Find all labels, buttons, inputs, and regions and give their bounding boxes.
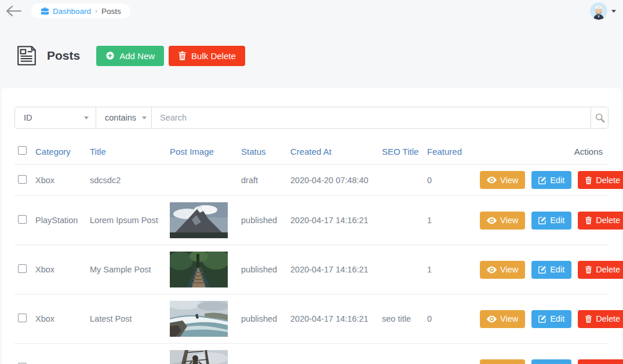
table-row: PlayStation Lorem Ipsum Post published [14, 196, 609, 245]
cell-created-at: 2020-04-17 14:16:21 [287, 245, 378, 294]
row-checkbox[interactable] [18, 264, 27, 273]
briefcase-icon [41, 7, 49, 15]
topbar: Dashboard › Posts [0, 0, 623, 20]
view-button[interactable]: View [480, 212, 525, 230]
filter-operator-select[interactable]: contains [96, 107, 152, 128]
user-menu[interactable] [590, 2, 616, 20]
col-header-post-image[interactable]: Post Image [166, 141, 238, 165]
avatar[interactable] [590, 2, 607, 20]
bulk-delete-button[interactable]: Bulk Delete [169, 46, 245, 66]
posts-icon [14, 44, 39, 67]
page-header: Posts Add New Bulk Delete [14, 44, 623, 67]
chevron-down-icon [84, 117, 89, 119]
row-checkbox[interactable] [18, 175, 27, 184]
filter-bar: ID contains [14, 107, 609, 129]
add-new-button[interactable]: Add New [96, 46, 164, 66]
cell-status: published [238, 294, 287, 344]
col-header-category[interactable]: Category [32, 141, 86, 165]
cell-seo-title [378, 344, 424, 364]
table-row: Xbox My Sample Post publish [14, 245, 609, 294]
post-image-sailor-mast [170, 350, 228, 364]
eye-icon [487, 315, 497, 323]
cell-category: Xbox [32, 245, 86, 294]
edit-button[interactable]: Edit [531, 212, 571, 230]
delete-button[interactable]: Delete [578, 359, 623, 364]
cell-featured: 1 [424, 344, 476, 364]
trash-icon [585, 315, 592, 323]
back-arrow-icon[interactable] [6, 5, 22, 17]
view-label: View [500, 265, 518, 274]
edit-label: Edit [550, 314, 564, 323]
cell-seo-title [378, 245, 424, 294]
edit-label: Edit [550, 265, 564, 274]
cell-post-image [166, 294, 238, 344]
cell-post-image [166, 245, 238, 294]
trash-icon [585, 216, 592, 224]
search-button[interactable] [591, 107, 608, 128]
filter-field-select[interactable]: ID [15, 107, 96, 128]
page-title: Posts [47, 49, 80, 63]
edit-label: Edit [550, 216, 564, 225]
view-label: View [500, 314, 518, 323]
col-header-created-at[interactable]: Created At [287, 141, 378, 165]
view-button[interactable]: View [480, 261, 525, 279]
view-button[interactable]: View [480, 359, 525, 364]
search-input[interactable] [152, 107, 591, 128]
col-header-seo-title[interactable]: SEO Title [378, 141, 424, 165]
plus-circle-icon [105, 51, 115, 60]
table-row: Xbox Latest Post [14, 294, 609, 344]
view-button[interactable]: View [480, 171, 525, 189]
filter-field-value: ID [24, 113, 32, 122]
row-checkbox[interactable] [18, 215, 27, 224]
add-new-label: Add New [119, 51, 155, 61]
chevron-down-icon[interactable] [611, 10, 616, 13]
edit-icon [538, 176, 547, 184]
trash-icon [585, 265, 592, 274]
edit-button[interactable]: Edit [531, 171, 571, 189]
breadcrumb-dashboard-label: Dashboard [53, 7, 91, 16]
cell-created-at: 2020-04-17 14:16:21 [287, 196, 378, 245]
delete-button[interactable]: Delete [578, 212, 623, 230]
cell-seo-title: seo title [378, 294, 424, 344]
row-checkbox[interactable] [18, 314, 27, 322]
eye-icon [487, 217, 497, 224]
delete-button[interactable]: Delete [578, 310, 623, 328]
cell-status: published [238, 196, 287, 245]
post-image-mountain [170, 202, 228, 238]
delete-label: Delete [596, 216, 620, 225]
select-all-checkbox[interactable] [18, 146, 27, 155]
cell-title: Lorem Ipsum Post [86, 196, 166, 245]
delete-button[interactable]: Delete [578, 171, 623, 189]
edit-label: Edit [550, 176, 564, 185]
cell-status: draft [238, 165, 287, 196]
posts-table: Category Title Post Image Status Created… [14, 141, 609, 364]
eye-icon [487, 266, 497, 274]
col-header-title[interactable]: Title [86, 141, 166, 165]
delete-label: Delete [596, 314, 620, 323]
table-row: PlayStation Yarr Post publi [14, 344, 609, 364]
cell-created-at: 2020-04-17 14:16:21 [287, 344, 378, 364]
cell-seo-title [378, 196, 424, 245]
cell-category: Xbox [32, 294, 86, 344]
col-header-featured[interactable]: Featured [424, 141, 476, 165]
posts-card: ID contains Category Title Post Image [2, 88, 621, 364]
edit-icon [538, 315, 547, 323]
filter-operator-value: contains [105, 113, 136, 122]
cell-category: PlayStation [32, 196, 86, 245]
cell-title: Yarr Post [86, 344, 166, 364]
cell-category: PlayStation [32, 344, 86, 364]
delete-button[interactable]: Delete [578, 261, 623, 279]
edit-icon [538, 216, 547, 224]
edit-button[interactable]: Edit [531, 310, 571, 328]
cell-featured: 0 [424, 165, 476, 196]
edit-button[interactable]: Edit [531, 359, 571, 364]
trash-icon [178, 51, 187, 60]
breadcrumb-dashboard-link[interactable]: Dashboard [41, 7, 91, 16]
cell-category: Xbox [32, 165, 86, 196]
delete-label: Delete [596, 265, 620, 274]
edit-button[interactable]: Edit [531, 261, 571, 279]
view-button[interactable]: View [480, 310, 525, 328]
cell-featured: 0 [424, 294, 476, 344]
cell-created-at: 2020-04-20 07:48:40 [287, 165, 378, 196]
col-header-status[interactable]: Status [238, 141, 287, 165]
